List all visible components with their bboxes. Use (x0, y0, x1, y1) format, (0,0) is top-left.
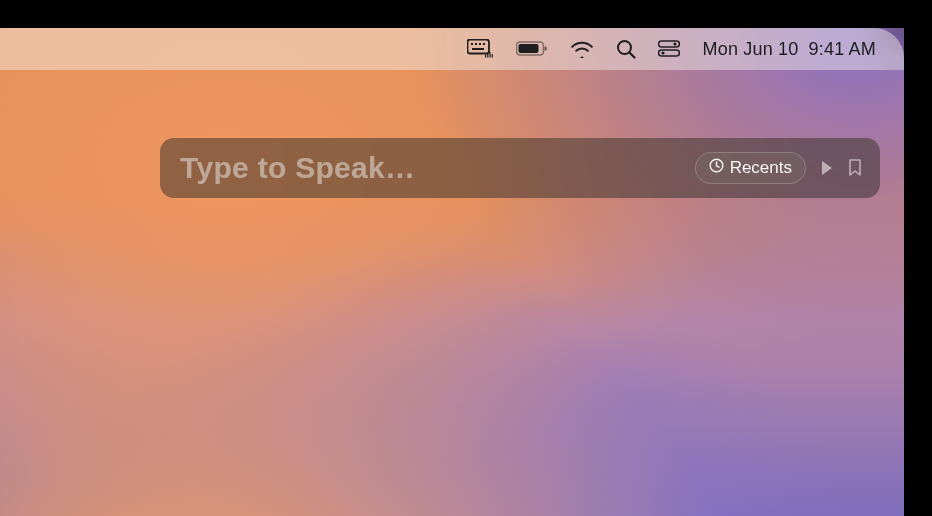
keyboard-input-icon[interactable] (467, 39, 494, 59)
svg-point-16 (674, 42, 677, 45)
speech-input[interactable] (180, 151, 681, 185)
desktop-wallpaper (0, 28, 904, 516)
svg-rect-7 (488, 53, 489, 58)
menubar-time: 9:41 AM (809, 39, 876, 60)
svg-rect-4 (483, 43, 485, 45)
svg-rect-11 (519, 44, 539, 53)
svg-rect-8 (490, 52, 491, 58)
search-icon[interactable] (616, 39, 636, 59)
battery-icon[interactable] (516, 41, 548, 57)
svg-rect-5 (472, 48, 484, 50)
control-center-icon[interactable] (658, 40, 680, 58)
svg-rect-2 (475, 43, 477, 45)
svg-line-14 (630, 53, 635, 58)
svg-rect-9 (492, 54, 493, 58)
play-button[interactable] (820, 160, 834, 176)
bookmark-button[interactable] (848, 159, 862, 177)
recents-label: Recents (730, 158, 792, 178)
clock-icon (709, 158, 724, 178)
menubar-datetime[interactable]: Mon Jun 10 9:41 AM (702, 39, 876, 60)
svg-rect-1 (471, 43, 473, 45)
svg-point-18 (662, 51, 665, 54)
menubar: Mon Jun 10 9:41 AM (0, 28, 904, 70)
svg-rect-3 (479, 43, 481, 45)
svg-rect-0 (468, 40, 490, 54)
svg-rect-6 (485, 55, 486, 58)
menubar-date: Mon Jun 10 (702, 39, 798, 60)
screen: Mon Jun 10 9:41 AM Recents (0, 28, 904, 516)
wifi-icon[interactable] (570, 40, 594, 58)
recents-button[interactable]: Recents (695, 152, 806, 184)
device-frame: Mon Jun 10 9:41 AM Recents (0, 0, 932, 516)
svg-rect-12 (545, 47, 547, 51)
live-speech-panel[interactable]: Recents (160, 138, 880, 198)
